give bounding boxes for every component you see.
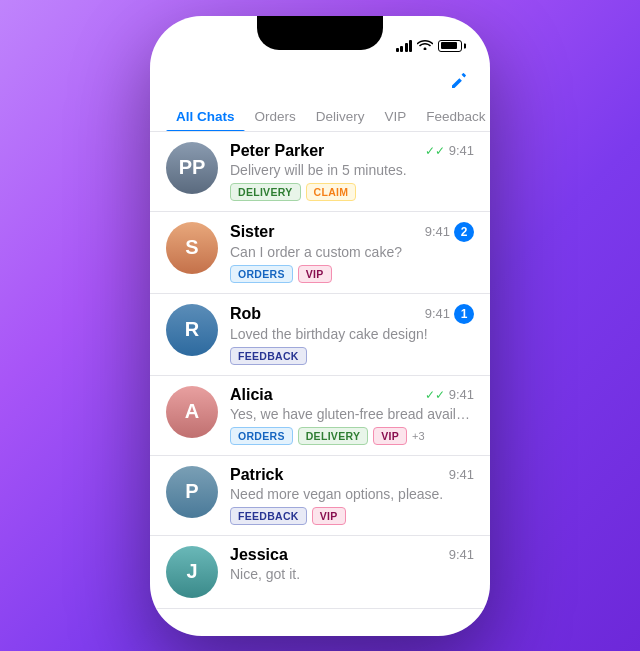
tags-row: FEEDBACK [230,347,474,365]
tag-delivery: DELIVERY [298,427,369,445]
chat-preview: Delivery will be in 5 minutes. [230,162,474,178]
chat-list: PPPeter Parker✓✓9:41Delivery will be in … [150,132,490,609]
avatar: P [166,466,218,518]
tag-claim: CLAIM [306,183,357,201]
wifi-icon [417,38,433,53]
list-item[interactable]: RRob9:411Loved the birthday cake design!… [150,294,490,376]
list-item[interactable]: AAlicia✓✓9:41Yes, we have gluten-free br… [150,376,490,456]
chat-time: 9:41 [425,306,450,321]
tag-delivery: DELIVERY [230,183,301,201]
list-item[interactable]: PPPeter Parker✓✓9:41Delivery will be in … [150,132,490,212]
tags-row: DELIVERYCLAIM [230,183,474,201]
tag-orders: ORDERS [230,427,293,445]
chat-content: Sister9:412Can I order a custom cake?ORD… [230,222,474,283]
chat-preview: Can I order a custom cake? [230,244,474,260]
chat-preview: Loved the birthday cake design! [230,326,474,342]
tag-vip: VIP [373,427,407,445]
list-item[interactable]: JJessica9:41Nice, got it. [150,536,490,609]
chat-name: Alicia [230,386,273,404]
chat-content: Peter Parker✓✓9:41Delivery will be in 5 … [230,142,474,201]
chat-preview: Need more vegan options, please. [230,486,474,502]
chat-time: 9:41 [449,547,474,562]
tags-row: ORDERSDELIVERYVIP+3 [230,427,474,445]
unread-badge: 2 [454,222,474,242]
unread-badge: 1 [454,304,474,324]
read-check-icon: ✓✓ [425,144,445,158]
chat-name: Jessica [230,546,288,564]
battery-icon [438,40,462,52]
compose-button[interactable] [448,70,470,92]
tab-orders[interactable]: Orders [245,102,306,131]
status-icons [396,38,463,53]
chat-name: Peter Parker [230,142,324,160]
chat-name: Patrick [230,466,283,484]
chat-time: 9:41 [425,224,450,239]
tag-feedback: FEEDBACK [230,507,307,525]
chat-content: Alicia✓✓9:41Yes, we have gluten-free bre… [230,386,474,445]
avatar: R [166,304,218,356]
tag-feedback: FEEDBACK [230,347,307,365]
avatar: J [166,546,218,598]
chat-preview: Yes, we have gluten-free bread available… [230,406,474,422]
list-item[interactable]: PPatrick9:41Need more vegan options, ple… [150,456,490,536]
tab-vip[interactable]: VIP [375,102,417,131]
tab-feedback[interactable]: Feedback [416,102,490,131]
tag-orders: ORDERS [230,265,293,283]
tag-vip: VIP [312,507,346,525]
chat-content: Rob9:411Loved the birthday cake design!F… [230,304,474,365]
read-check-icon: ✓✓ [425,388,445,402]
nav-bar [150,64,490,102]
phone-frame: All Chats Orders Delivery VIP Feedback P… [150,16,490,636]
chat-time: 9:41 [449,143,474,158]
tag-more: +3 [412,430,425,442]
list-item[interactable]: SSister9:412Can I order a custom cake?OR… [150,212,490,294]
tag-vip: VIP [298,265,332,283]
avatar: A [166,386,218,438]
chat-name: Rob [230,305,261,323]
tabs-container: All Chats Orders Delivery VIP Feedback [150,102,490,132]
signal-icon [396,40,413,52]
chat-content: Patrick9:41Need more vegan options, plea… [230,466,474,525]
tags-row: FEEDBACKVIP [230,507,474,525]
chat-name: Sister [230,223,274,241]
tab-all-chats[interactable]: All Chats [166,102,245,131]
tags-row: ORDERSVIP [230,265,474,283]
tab-delivery[interactable]: Delivery [306,102,375,131]
chat-preview: Nice, got it. [230,566,474,582]
notch [257,16,383,50]
chat-content: Jessica9:41Nice, got it. [230,546,474,587]
avatar: PP [166,142,218,194]
chat-time: 9:41 [449,387,474,402]
chat-time: 9:41 [449,467,474,482]
avatar: S [166,222,218,274]
